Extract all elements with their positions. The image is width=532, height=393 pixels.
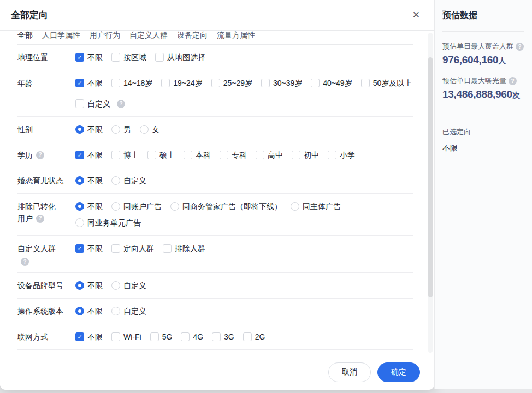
checkbox-option[interactable]: 50岁及以上 xyxy=(361,77,412,89)
option-label: 同主体广告 xyxy=(303,200,341,212)
help-icon[interactable]: ? xyxy=(21,258,29,266)
row-label: 性别 xyxy=(17,123,75,135)
radio-option[interactable]: 不限 xyxy=(75,175,103,187)
option-label: 自定义 xyxy=(123,279,146,291)
checkbox-option[interactable]: 25~29岁 xyxy=(211,77,252,89)
checkbox-option[interactable]: ✓不限 xyxy=(75,51,103,63)
help-icon[interactable]: ? xyxy=(36,151,44,159)
checkbox-option[interactable]: 14~18岁 xyxy=(111,77,152,89)
estimate-panel: 预估数据 预估单日最大覆盖人群 ? 976,604,160人 预估单日最大曝光量… xyxy=(434,0,532,389)
row-label-text: 学历 xyxy=(17,149,33,161)
checkbox-option[interactable]: 40~49岁 xyxy=(311,77,352,89)
cancel-button[interactable]: 取消 xyxy=(328,362,371,382)
radio-icon xyxy=(291,202,299,211)
modal-header: 全部定向 ✕ xyxy=(0,0,434,31)
checkbox-option[interactable]: 5G xyxy=(150,331,173,343)
checkbox-option[interactable]: 小学 xyxy=(328,149,355,161)
radio-option[interactable]: 自定义 xyxy=(111,175,146,187)
help-icon[interactable]: ? xyxy=(516,43,524,51)
option-label: 自定义 xyxy=(87,98,110,110)
option-label: 同业务单元广告 xyxy=(87,217,141,229)
radio-option[interactable]: 同账户广告 xyxy=(111,200,162,212)
checkbox-option[interactable]: 博士 xyxy=(111,149,139,161)
radio-option[interactable]: 不限 xyxy=(75,305,103,317)
checkbox-icon: ✓ xyxy=(75,79,84,87)
tab-5[interactable]: 设备定向 xyxy=(177,31,208,40)
radio-option[interactable]: 自定义 xyxy=(111,305,146,317)
help-icon[interactable]: ? xyxy=(509,77,517,85)
checkbox-option[interactable]: 3G xyxy=(212,331,234,343)
checkbox-option[interactable]: ✓不限 xyxy=(75,77,103,89)
checkbox-icon xyxy=(184,151,192,159)
option-label: 按区域 xyxy=(123,51,146,63)
help-icon[interactable]: ? xyxy=(36,215,44,223)
radio-icon xyxy=(111,176,120,185)
option-label: 不限 xyxy=(87,279,103,291)
checkbox-option[interactable]: Wi-Fi xyxy=(111,331,141,343)
close-icon[interactable]: ✕ xyxy=(412,10,420,20)
checkbox-option[interactable]: 定向人群 xyxy=(111,242,154,254)
checkbox-option[interactable]: 4G xyxy=(181,331,203,343)
tab-2[interactable]: 人口学属性 xyxy=(42,31,80,40)
checkbox-option[interactable]: 2G xyxy=(243,331,265,343)
radio-option[interactable]: 男 xyxy=(111,123,131,135)
radio-option[interactable]: 同商务管家广告（即将下线） xyxy=(170,200,282,212)
radio-option[interactable]: 不限 xyxy=(75,123,103,135)
radio-option[interactable]: 同业务单元广告 xyxy=(75,217,141,229)
checkbox-option[interactable]: 19~24岁 xyxy=(161,77,202,89)
option-label: 不限 xyxy=(87,175,103,187)
tab-6[interactable]: 流量方属性 xyxy=(217,31,255,40)
help-icon[interactable]: ? xyxy=(117,100,125,108)
option-label: 14~18岁 xyxy=(123,77,152,89)
checkbox-option[interactable]: 专科 xyxy=(220,149,247,161)
option-label: 不限 xyxy=(87,305,103,317)
confirm-button[interactable]: 确定 xyxy=(377,362,420,382)
option-label: 硕士 xyxy=(159,149,175,161)
targeting-row-9: 操作系统版本不限自定义 xyxy=(17,299,413,324)
metric-value-unit: 次 xyxy=(512,91,520,99)
scrollbar-track[interactable] xyxy=(428,33,433,353)
checkbox-option[interactable]: 初中 xyxy=(292,149,319,161)
checkbox-icon xyxy=(111,151,120,159)
targeting-row-4: 学历?✓不限博士硕士本科专科高中初中小学 xyxy=(17,142,413,168)
checkbox-option[interactable]: 排除人群 xyxy=(163,242,205,254)
scrollbar-thumb[interactable] xyxy=(428,57,433,297)
radio-option[interactable]: 女 xyxy=(140,123,159,135)
row-options: ✓不限博士硕士本科专科高中初中小学 xyxy=(75,149,413,161)
checkbox-icon xyxy=(311,79,320,87)
checkbox-option[interactable]: ✓不限 xyxy=(75,242,103,254)
radio-option[interactable]: 同主体广告 xyxy=(291,200,341,212)
tab-1[interactable]: 全部 xyxy=(17,31,33,40)
divider xyxy=(442,115,524,115)
radio-option[interactable]: 不限 xyxy=(75,279,103,291)
checkbox-option[interactable]: 本科 xyxy=(184,149,211,161)
row-label: 排除已转化用户? xyxy=(17,200,75,229)
radio-option[interactable]: 自定义 xyxy=(111,279,146,291)
radio-option[interactable]: 不限 xyxy=(75,200,103,212)
checkbox-option[interactable]: 高中 xyxy=(256,149,283,161)
row-label-text: 联网方式 xyxy=(17,331,48,343)
tab-3[interactable]: 用户行为 xyxy=(90,31,120,40)
row-options: 不限同账户广告同商务管家广告（即将下线）同主体广告同业务单元广告 xyxy=(75,200,413,229)
option-label: 自定义 xyxy=(123,305,146,317)
checkbox-option[interactable]: ✓不限 xyxy=(75,149,103,161)
checkbox-option[interactable]: 30~39岁 xyxy=(261,77,302,89)
row-label: 地理位置 xyxy=(17,51,75,63)
option-label: 博士 xyxy=(123,149,139,161)
checkbox-option[interactable]: 按区域 xyxy=(111,51,146,63)
row-label-text: 婚恋育儿状态 xyxy=(17,175,63,187)
option-label: 专科 xyxy=(232,149,247,161)
checkbox-icon xyxy=(147,151,156,159)
targeting-row-10: 联网方式✓不限Wi-Fi5G4G3G2G xyxy=(17,324,413,350)
checkbox-icon: ✓ xyxy=(75,332,84,341)
checkbox-option[interactable]: 从地图选择 xyxy=(155,51,205,63)
option-label: 排除人群 xyxy=(175,242,205,254)
metric-value-number: 976,604,160 xyxy=(442,54,498,66)
option-label: 19~24岁 xyxy=(173,77,202,89)
radio-icon xyxy=(111,307,120,315)
checkbox-option[interactable]: ✓不限 xyxy=(75,331,103,343)
checkbox-icon: ✓ xyxy=(75,53,84,62)
checkbox-option[interactable]: 硕士 xyxy=(147,149,175,161)
checkbox-option[interactable]: 自定义? xyxy=(75,98,125,110)
tab-4[interactable]: 自定义人群 xyxy=(129,31,168,40)
